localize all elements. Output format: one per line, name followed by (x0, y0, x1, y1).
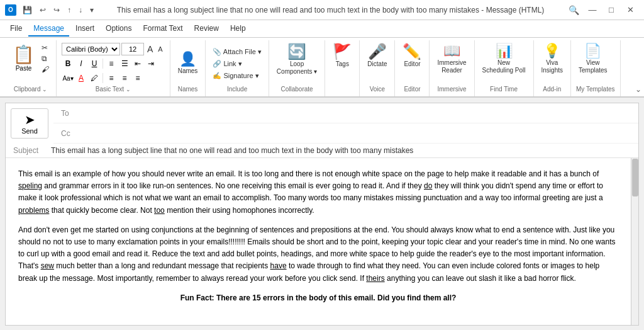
decrease-indent-button[interactable]: ⇤ (131, 57, 144, 70)
font-family-select[interactable]: Calibri (Body) (62, 43, 120, 55)
send-button[interactable]: ➤ Send (11, 108, 48, 139)
to-label: To (61, 109, 99, 118)
bold-button[interactable]: B (62, 57, 74, 70)
find-time-label: Find Time (480, 86, 528, 94)
menu-review[interactable]: Review (189, 21, 224, 37)
subject-value: This email has a long subject line that … (51, 146, 413, 155)
collaborate-label: Collaborate (274, 86, 319, 94)
names-button[interactable]: 👤 Names (175, 51, 201, 76)
italic-button[interactable]: I (75, 57, 87, 70)
window-title: This email has a long subject line that … (100, 6, 561, 14)
link-button[interactable]: 🔗 Link ▾ (211, 59, 243, 69)
add-in-content: 💡 VivaInsights (539, 43, 565, 84)
ribbon-group-names: 👤 Names Names (170, 40, 206, 96)
immersive-reader-label: ImmersiveReader (437, 59, 466, 74)
menu-help[interactable]: Help (225, 21, 251, 37)
minimize-button[interactable]: — (584, 3, 601, 18)
view-templates-button[interactable]: 📄 ViewTemplates (576, 43, 610, 76)
loop-components-button[interactable]: 🔄 LoopComponents ▾ (274, 43, 319, 77)
dictate-label: Dictate (367, 60, 387, 68)
maximize-button[interactable]: □ (602, 3, 620, 18)
search-button[interactable]: 🔍 (565, 3, 582, 18)
format-painter-button[interactable]: 🖌 (40, 64, 51, 74)
view-templates-icon: 📄 (584, 44, 601, 58)
email-compose-area: ➤ Send To Cc Subject This email has a lo… (5, 103, 639, 326)
paste-button[interactable]: 📋 Paste (10, 43, 37, 73)
menu-format-text[interactable]: Format Text (138, 21, 187, 37)
scheduling-poll-button[interactable]: 📊 NewScheduling Poll (480, 43, 528, 76)
underline-button[interactable]: U (88, 57, 101, 70)
align-right-button[interactable]: ≡ (131, 72, 144, 84)
my-templates-label: My Templates (576, 86, 615, 94)
bullets-button[interactable]: ≡ (105, 57, 118, 70)
undo-button[interactable]: ↩ (37, 4, 48, 16)
ribbon-group-clipboard: 📋 Paste ✂ ⧉ 🖌 Clipboard ⌄ (5, 40, 57, 96)
editor-button[interactable]: ✏️ Editor (400, 43, 424, 69)
copy-button[interactable]: ⧉ (40, 54, 51, 64)
fun-fact: Fun Fact: There are 15 errors in the bod… (18, 292, 618, 304)
numbering-button[interactable]: ☰ (118, 57, 131, 70)
sew-underline: sew (41, 261, 54, 270)
up-button[interactable]: ↑ (65, 4, 74, 16)
immersive-reader-button[interactable]: 📖 ImmersiveReader (435, 43, 469, 76)
tags-button[interactable]: 🚩 Tags (330, 43, 354, 69)
highlight-button[interactable]: 🖊 (88, 72, 101, 84)
email-body[interactable]: This email is an example of how you shou… (6, 158, 631, 325)
styles-button[interactable]: Aa▾ (62, 72, 74, 84)
editor-label: Editor (404, 60, 420, 68)
cut-button[interactable]: ✂ (40, 43, 51, 53)
viva-insights-button[interactable]: 💡 VivaInsights (539, 43, 565, 76)
increase-indent-button[interactable]: ⇥ (145, 57, 157, 70)
to-input[interactable] (99, 109, 631, 118)
qat-customize[interactable]: ▾ (87, 4, 96, 16)
down-button[interactable]: ↓ (76, 4, 85, 16)
font-row: Calibri (Body) A A (62, 43, 165, 55)
separator1 (103, 59, 103, 69)
font-shrink-button[interactable]: A (156, 45, 164, 54)
paste-label: Paste (16, 65, 32, 72)
send-icon: ➤ (25, 112, 35, 127)
attach-file-button[interactable]: 📎 Attach File ▾ (211, 47, 263, 57)
names-label: Names (178, 67, 198, 75)
save-button[interactable]: 💾 (20, 4, 35, 16)
align-left-button[interactable]: ≡ (105, 72, 118, 84)
clipboard-small-buttons: ✂ ⧉ 🖌 (40, 43, 51, 74)
paste-col: 📋 Paste (10, 43, 37, 73)
view-templates-label: ViewTemplates (579, 59, 608, 74)
scrollbar-track[interactable] (631, 158, 638, 325)
to-cc-fields: To Cc (53, 103, 638, 144)
ribbon-group-editor: ✏️ Editor Editor (395, 40, 430, 96)
theirs-underline: theirs (366, 274, 384, 283)
dictate-button[interactable]: 🎤 Dictate (365, 43, 389, 69)
tags-icon: 🚩 (333, 44, 352, 59)
app-icon: O (5, 4, 16, 16)
speling-underline: speling (18, 181, 42, 190)
signature-button[interactable]: ✍ Signature ▾ (211, 71, 260, 81)
include-content: 📎 Attach File ▾ 🔗 Link ▾ ✍ Signature ▾ (211, 43, 263, 84)
voice-label: Voice (365, 86, 389, 94)
font-size-input[interactable] (121, 43, 144, 55)
ribbon-group-collaborate: 🔄 LoopComponents ▾ Collaborate (269, 40, 325, 96)
scrollbar-thumb[interactable] (632, 159, 638, 196)
subject-label: Subject (13, 146, 51, 155)
cc-input[interactable] (99, 129, 631, 138)
immersive-label: Immersive (435, 86, 469, 94)
ribbon-expand-button[interactable]: ⌄ (635, 85, 641, 94)
menu-file[interactable]: File (5, 21, 27, 37)
ribbon-group-add-in: 💡 VivaInsights Add-in (534, 40, 571, 96)
window-controls: 🔍 — □ ✕ (565, 3, 639, 18)
font-grow-button[interactable]: A (145, 43, 155, 55)
find-time-content: 📊 NewScheduling Poll (480, 43, 528, 84)
format-row2: Aa▾ A 🖊 ≡ ≡ ≡ (62, 72, 144, 84)
menu-insert[interactable]: Insert (70, 21, 99, 37)
menu-options[interactable]: Options (101, 21, 136, 37)
subject-row: Subject This email has a long subject li… (6, 144, 638, 158)
align-center-button[interactable]: ≡ (118, 72, 131, 84)
editor-content: ✏️ Editor (400, 43, 424, 84)
scheduling-poll-label: NewScheduling Poll (482, 59, 526, 74)
redo-button[interactable]: ↪ (51, 4, 62, 16)
menu-message[interactable]: Message (28, 21, 69, 37)
font-color-button[interactable]: A (75, 72, 87, 84)
close-button[interactable]: ✕ (621, 3, 639, 18)
ribbon-group-my-templates: 📄 ViewTemplates My Templates (571, 40, 621, 96)
